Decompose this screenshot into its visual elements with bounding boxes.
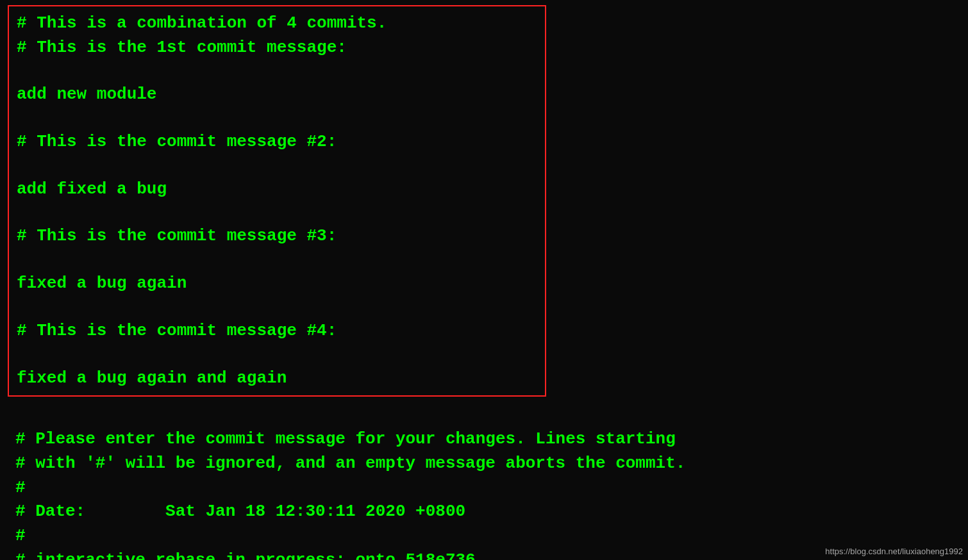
blank-line-before-bottom [15,404,953,427]
line-4: # This is the commit message #2: [17,130,537,154]
line-1: # This is a combination of 4 commits. [17,12,537,36]
watermark: https://blog.csdn.net/liuxiaoheng1992 [825,547,963,556]
blank-line-5 [17,249,537,272]
bottom-line-6: # interactive rebase in progress; onto 5… [15,548,953,560]
blank-line-4 [17,201,537,224]
blank-line-7 [17,343,537,366]
line-6: # This is the commit message #3: [17,224,537,249]
line-9: fixed a bug again and again [17,366,537,391]
line-5: add fixed a bug [17,177,537,202]
blank-line-1 [17,60,537,83]
bottom-line-3: # [15,476,953,500]
bottom-line-5: # [15,524,953,548]
line-7: fixed a bug again [17,272,537,296]
terminal-container: # This is a combination of 4 commits. # … [0,0,968,560]
blank-line-3 [17,154,537,177]
line-2: # This is the 1st commit message: [17,36,537,60]
highlighted-commit-box: # This is a combination of 4 commits. # … [8,5,546,397]
line-3: add new module [17,83,537,107]
bottom-line-1: # Please enter the commit message for yo… [15,427,953,452]
bottom-section: # Please enter the commit message for yo… [8,404,960,560]
line-8: # This is the commit message #4: [17,319,537,343]
blank-line-2 [17,107,537,130]
bottom-line-4: # Date: Sat Jan 18 12:30:11 2020 +0800 [15,500,953,524]
blank-line-6 [17,296,537,319]
bottom-line-2: # with '#' will be ignored, and an empty… [15,452,953,476]
